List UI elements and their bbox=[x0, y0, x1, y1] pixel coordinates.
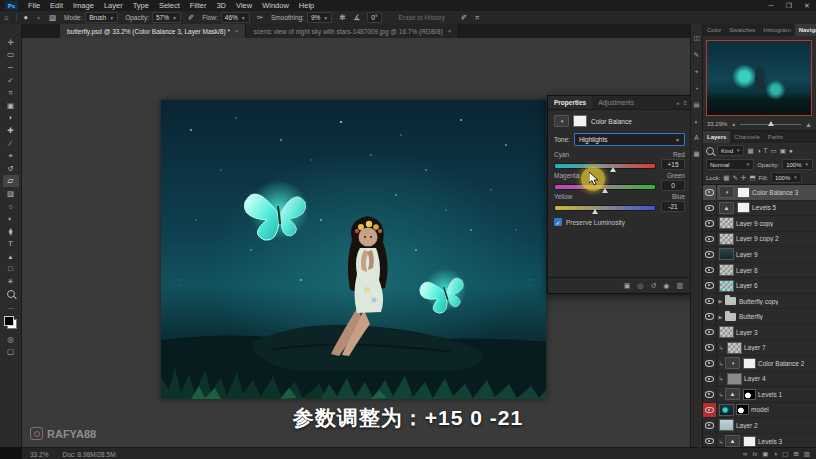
cyan-red-value[interactable]: +15 bbox=[661, 159, 685, 170]
document-size-info[interactable]: Doc: 8.98M/28.5M bbox=[62, 451, 115, 458]
opacity-select[interactable]: 57%▼ bbox=[152, 12, 181, 23]
layer-thumbnail[interactable] bbox=[727, 373, 742, 385]
layer-style-icon[interactable]: fx bbox=[752, 451, 757, 457]
new-group-icon[interactable]: ▢ bbox=[782, 450, 788, 458]
document-canvas[interactable] bbox=[161, 100, 546, 399]
layer-mask-thumbnail[interactable] bbox=[737, 202, 750, 213]
visibility-toggle[interactable] bbox=[703, 418, 717, 433]
layer-row[interactable]: Layer 9 bbox=[703, 247, 816, 263]
move-tool-icon[interactable]: ✛ bbox=[3, 36, 19, 49]
layer-mask-thumbnail[interactable] bbox=[743, 389, 756, 400]
navigator-preview[interactable] bbox=[706, 40, 812, 116]
filter-adjustment-icon[interactable]: ◑ bbox=[757, 147, 761, 154]
visibility-toggle[interactable] bbox=[703, 232, 717, 247]
visibility-toggle[interactable] bbox=[703, 372, 717, 387]
eraser-mode-select[interactable]: Brush▼ bbox=[85, 12, 118, 23]
tone-select[interactable]: Highlights▼ bbox=[574, 133, 685, 146]
tab-channels[interactable]: Channels bbox=[730, 131, 763, 143]
lock-all-icon[interactable]: ⬒ bbox=[749, 174, 755, 182]
quick-selection-tool-icon[interactable]: ✓ bbox=[3, 74, 19, 87]
properties-panel-icon[interactable]: ▤ bbox=[693, 101, 699, 109]
clip-to-layer-icon[interactable]: ▣ bbox=[624, 282, 631, 290]
pressure-opacity-icon[interactable]: ✐ bbox=[188, 13, 194, 22]
menu-window[interactable]: Window bbox=[257, 1, 294, 10]
visibility-toggle[interactable] bbox=[703, 294, 717, 309]
menu-image[interactable]: Image bbox=[68, 1, 99, 10]
screen-mode-icon[interactable]: ▢ bbox=[3, 346, 19, 359]
navigator-zoom-value[interactable]: 33.29% bbox=[707, 121, 727, 127]
character-panel-icon[interactable]: A bbox=[694, 134, 698, 141]
layer-mask-thumbnail[interactable] bbox=[743, 358, 756, 369]
tab-histogram[interactable]: Histogram bbox=[759, 24, 794, 36]
visibility-toggle[interactable] bbox=[703, 356, 717, 371]
view-previous-state-icon[interactable]: ◎ bbox=[637, 282, 643, 290]
layer-thumbnail[interactable] bbox=[719, 404, 734, 416]
lock-pixels-icon[interactable]: ✎ bbox=[733, 174, 738, 182]
menu-edit[interactable]: Edit bbox=[45, 1, 68, 10]
minimize-button[interactable]: ─ bbox=[762, 2, 780, 10]
angle-input[interactable]: 0° bbox=[367, 12, 381, 23]
layer-row[interactable]: ↳ ◑ Color Balance 2 bbox=[703, 356, 816, 372]
toggle-brush-panel-icon[interactable]: ▨ bbox=[49, 13, 56, 22]
type-tool-icon[interactable]: T bbox=[3, 238, 19, 251]
new-adjustment-icon[interactable]: ◑ bbox=[773, 450, 777, 457]
layer-row[interactable]: Layer 8 bbox=[703, 263, 816, 279]
lasso-tool-icon[interactable]: ∽ bbox=[3, 61, 19, 74]
layer-row[interactable]: Layer 2 bbox=[703, 418, 816, 434]
layer-mask-thumbnail[interactable] bbox=[573, 115, 587, 127]
shape-tool-icon[interactable]: □ bbox=[3, 263, 19, 276]
menu-view[interactable]: View bbox=[231, 1, 257, 10]
menu-help[interactable]: Help bbox=[294, 1, 319, 10]
filter-kind-select[interactable]: Kind▼ bbox=[717, 145, 744, 156]
magenta-green-value[interactable]: 0 bbox=[661, 180, 685, 191]
zoom-tool-icon[interactable] bbox=[3, 288, 19, 301]
adjustments-panel-icon[interactable]: ◐ bbox=[695, 118, 699, 125]
tab-color[interactable]: Color bbox=[703, 24, 725, 36]
group-row[interactable]: ▶ Butterfly bbox=[703, 309, 816, 325]
collapse-panel-icon[interactable]: « bbox=[676, 100, 679, 106]
visibility-toggle[interactable] bbox=[703, 185, 717, 200]
filter-pixel-icon[interactable]: ▦ bbox=[747, 147, 753, 155]
layer-row[interactable]: ↳ ▲ Levels 1 bbox=[703, 387, 816, 403]
close-icon[interactable]: × bbox=[235, 28, 239, 34]
doc-tab-night-sky[interactable]: scenic view of night sky with stars-1487… bbox=[246, 24, 459, 38]
brush-angle-icon[interactable]: ∡ bbox=[354, 13, 361, 22]
visibility-toggle[interactable] bbox=[703, 387, 717, 402]
layer-row[interactable]: Layer 9 copy bbox=[703, 216, 816, 232]
layer-row[interactable]: ◑ Color Balance 3 bbox=[703, 185, 816, 201]
hand-tool-icon[interactable]: ✳ bbox=[3, 275, 19, 288]
menu-3d[interactable]: 3D bbox=[211, 1, 231, 10]
brush-settings-panel-icon[interactable]: ✎ bbox=[694, 51, 699, 59]
history-panel-icon[interactable]: ◫ bbox=[693, 34, 699, 42]
layer-row[interactable]: ↳ Layer 4 bbox=[703, 372, 816, 388]
menu-filter[interactable]: Filter bbox=[185, 1, 212, 10]
visibility-toggle[interactable] bbox=[703, 309, 717, 324]
delete-layer-icon[interactable]: ▥ bbox=[804, 450, 810, 458]
flow-select[interactable]: 46%▼ bbox=[221, 12, 250, 23]
link-layers-icon[interactable]: ∞ bbox=[743, 450, 748, 457]
pen-tool-icon[interactable]: ⧫ bbox=[3, 225, 19, 238]
foreground-color-swatch[interactable] bbox=[4, 316, 14, 326]
filter-toggle-icon[interactable]: ● bbox=[789, 147, 793, 154]
layer-thumbnail[interactable] bbox=[719, 326, 734, 338]
marquee-tool-icon[interactable]: ▭ bbox=[3, 49, 19, 62]
layer-row[interactable]: ↳ Layer 7 bbox=[703, 340, 816, 356]
zoom-out-icon[interactable]: ▲ bbox=[731, 121, 736, 127]
navigator-zoom-slider[interactable] bbox=[740, 120, 801, 128]
visibility-toggle[interactable] bbox=[703, 216, 717, 231]
visibility-toggle[interactable] bbox=[703, 403, 717, 418]
info-panel-icon[interactable]: ◔ bbox=[695, 85, 699, 92]
layer-thumbnail[interactable] bbox=[719, 419, 734, 431]
maximize-button[interactable]: ❐ bbox=[780, 2, 798, 10]
smoothing-gear-icon[interactable]: ✻ bbox=[339, 13, 345, 22]
paragraph-panel-icon[interactable]: ▦ bbox=[693, 150, 699, 158]
delete-adjustment-icon[interactable]: ▥ bbox=[676, 282, 683, 290]
filter-shape-icon[interactable]: ▭ bbox=[771, 147, 777, 155]
lock-transparency-icon[interactable]: ▦ bbox=[723, 174, 729, 182]
clone-stamp-tool-icon[interactable]: ⌖ bbox=[3, 149, 19, 162]
tab-navigator[interactable]: Navigator bbox=[795, 24, 816, 36]
healing-brush-tool-icon[interactable]: ✚ bbox=[3, 124, 19, 137]
erase-to-history-checkbox[interactable]: Erase to History bbox=[399, 14, 445, 21]
foreground-background-swatches[interactable] bbox=[4, 316, 17, 329]
layer-mask-thumbnail[interactable] bbox=[736, 404, 749, 415]
